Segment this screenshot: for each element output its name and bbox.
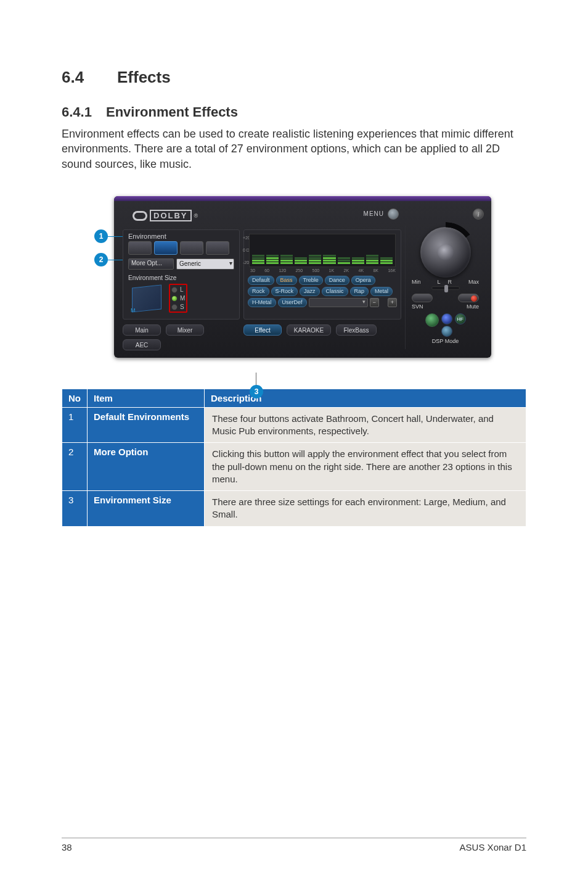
preset-bass[interactable]: Bass bbox=[276, 276, 297, 285]
dsp-mode-label: DSP Mode bbox=[432, 338, 459, 344]
preset-jazz[interactable]: Jazz bbox=[300, 287, 320, 296]
callout-badge-2: 2 bbox=[94, 253, 108, 266]
page-footer: 38 ASUS Xonar D1 bbox=[62, 838, 526, 852]
balance-slider[interactable] bbox=[431, 286, 460, 290]
size-large[interactable]: L bbox=[171, 286, 185, 293]
row-no: 1 bbox=[62, 407, 88, 443]
section-title-text: Effects bbox=[117, 68, 171, 86]
row-item: More Option bbox=[88, 443, 205, 491]
environment-select-value: Generic bbox=[179, 260, 201, 267]
table-row: 2 More Option Clicking this button will … bbox=[62, 443, 526, 491]
row-no: 2 bbox=[62, 443, 88, 491]
preset-userdef[interactable]: UserDef bbox=[278, 298, 307, 307]
th-no: No bbox=[62, 389, 88, 407]
window-top-strip bbox=[114, 196, 491, 201]
tabs-right: Effect KARAOKE FlexBass bbox=[243, 324, 377, 336]
env-preset-musicpub[interactable] bbox=[206, 241, 229, 255]
toggle-labels: SVN Mute bbox=[406, 303, 485, 310]
eq-xlabel: 30 bbox=[250, 268, 255, 273]
preset-opera[interactable]: Opera bbox=[351, 276, 375, 285]
environment-select[interactable]: Generic bbox=[176, 258, 234, 270]
product-name: ASUS Xonar D1 bbox=[460, 842, 526, 852]
menu-area[interactable]: MENU bbox=[364, 208, 399, 220]
menu-label: MENU bbox=[364, 210, 384, 217]
dsp-orb-hf[interactable]: HF bbox=[455, 313, 466, 324]
volume-knob[interactable] bbox=[420, 227, 471, 278]
dolby-text: DOLBY bbox=[150, 210, 192, 221]
toggle-row bbox=[406, 294, 485, 302]
preset-default[interactable]: Default bbox=[248, 276, 274, 285]
dolby-logo: DOLBY® bbox=[133, 210, 198, 221]
th-item: Item bbox=[88, 389, 205, 407]
svn-toggle[interactable] bbox=[412, 294, 433, 302]
environment-size-graphic: M bbox=[128, 283, 165, 315]
environment-size-body: M L M S bbox=[123, 283, 239, 315]
tab-effect[interactable]: Effect bbox=[243, 324, 282, 336]
environment-title: Environment bbox=[123, 230, 239, 241]
size-small-label: S bbox=[180, 303, 184, 310]
environment-size-title: Environment Size bbox=[123, 273, 239, 283]
eq-xlabel: 16K bbox=[388, 268, 395, 273]
eq-xlabel: 500 bbox=[312, 268, 320, 273]
tab-flexbass[interactable]: FlexBass bbox=[336, 324, 377, 336]
environment-panel: Environment More Opt... Generic Environm… bbox=[123, 229, 240, 320]
preset-srock[interactable]: S-Rock bbox=[271, 287, 298, 296]
preset-hmetal[interactable]: H-Metal bbox=[248, 298, 276, 307]
callout-line-1 bbox=[108, 236, 123, 237]
volume-min-label: Min bbox=[412, 279, 421, 285]
preset-rap[interactable]: Rap bbox=[350, 287, 369, 296]
tab-karaoke[interactable]: KARAOKE bbox=[287, 324, 331, 336]
tabs-left: Main Mixer bbox=[123, 324, 204, 336]
mute-toggle[interactable] bbox=[458, 294, 479, 302]
tab-mixer[interactable]: Mixer bbox=[166, 324, 204, 336]
preset-add-button[interactable]: + bbox=[388, 298, 397, 307]
callout-badge-3: 3 bbox=[250, 385, 263, 398]
preset-treble[interactable]: Treble bbox=[299, 276, 323, 285]
eq-xlabel: 120 bbox=[279, 268, 286, 273]
preset-remove-button[interactable]: − bbox=[370, 298, 379, 307]
tab-main[interactable]: Main bbox=[123, 324, 161, 336]
env-preset-underwater[interactable] bbox=[180, 241, 203, 255]
dsp-orb-3[interactable] bbox=[441, 326, 452, 337]
userdef-select[interactable] bbox=[309, 298, 368, 307]
row-no: 3 bbox=[62, 491, 88, 527]
tab-aec[interactable]: AEC bbox=[123, 339, 161, 350]
env-preset-bathroom[interactable] bbox=[128, 241, 152, 255]
more-option-button[interactable]: More Opt... bbox=[128, 258, 174, 270]
preset-dance[interactable]: Dance bbox=[325, 276, 349, 285]
eq-xlabel: 4K bbox=[359, 268, 364, 273]
more-option-row: More Opt... Generic bbox=[123, 258, 239, 273]
preset-classic[interactable]: Classic bbox=[322, 287, 348, 296]
preset-metal[interactable]: Metal bbox=[370, 287, 393, 296]
menu-button[interactable] bbox=[388, 208, 399, 220]
app-window: DOLBY® MENU i Environment More Opt... bbox=[114, 196, 491, 358]
eq-xlabel: 8K bbox=[373, 268, 378, 273]
info-button[interactable]: i bbox=[473, 208, 484, 220]
dsp-orb-main[interactable] bbox=[425, 313, 439, 327]
size-small[interactable]: S bbox=[171, 303, 185, 310]
eq-graph[interactable] bbox=[249, 234, 396, 267]
row-desc: Clicking this button will apply the envi… bbox=[205, 443, 526, 491]
table-row: 3 Environment Size There are three size … bbox=[62, 491, 526, 527]
equalizer-panel: +20 DB 0 DB -20 DB bbox=[243, 229, 401, 320]
subsection-title-text: Environment Effects bbox=[106, 104, 238, 120]
size-medium[interactable]: M bbox=[171, 295, 185, 302]
subsection-number: 6.4.1 bbox=[62, 104, 106, 120]
env-preset-concert[interactable] bbox=[154, 241, 178, 255]
dsp-mode-area: HF bbox=[425, 313, 466, 337]
eq-xlabel: 1K bbox=[329, 268, 335, 273]
screenshot-figure: 1 2 DOLBY® MENU i Environment bbox=[97, 196, 491, 358]
intro-paragraph: Environment effects can be used to creat… bbox=[62, 126, 526, 171]
brand-bar: DOLBY® bbox=[133, 207, 393, 225]
row-item: Default Environments bbox=[88, 407, 205, 443]
dsp-orb-2[interactable] bbox=[441, 313, 452, 324]
eq-xlabel: 60 bbox=[264, 268, 269, 273]
dolby-dd-icon bbox=[133, 211, 147, 221]
section-heading: 6.4Effects bbox=[62, 68, 526, 87]
eq-x-labels: 30 60 120 250 500 1K 2K 4K 8K 16K bbox=[250, 268, 396, 273]
page-number: 38 bbox=[62, 842, 72, 852]
eq-xlabel: 2K bbox=[344, 268, 349, 273]
callout-badge-1: 1 bbox=[94, 229, 108, 243]
preset-rock[interactable]: Rock bbox=[248, 287, 269, 296]
table-row: 1 Default Environments These four button… bbox=[62, 407, 526, 443]
